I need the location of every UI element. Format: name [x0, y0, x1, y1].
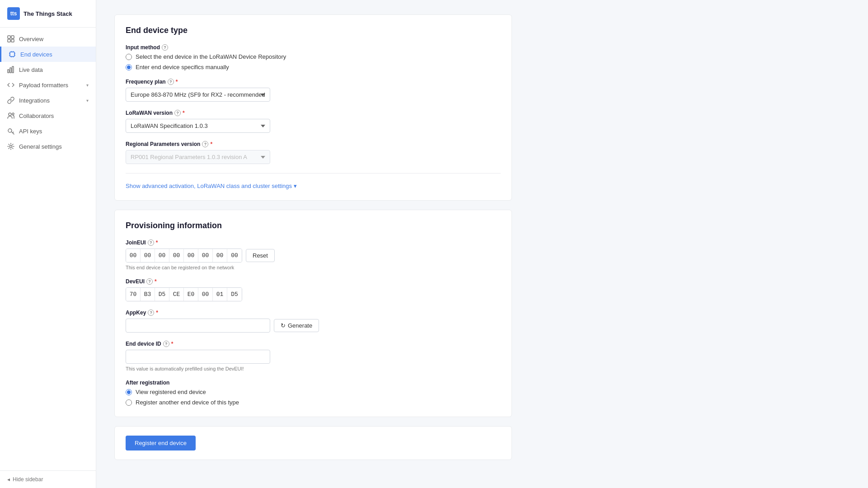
- chevron-down-icon-2: ▾: [86, 98, 89, 103]
- radio-register-another[interactable]: Register another end device of this type: [126, 399, 501, 406]
- regional-params-select: RP001 Regional Parameters 1.0.3 revision…: [126, 150, 270, 164]
- device-id-input[interactable]: eui-70b3d5cee00001d5: [126, 350, 270, 364]
- chip-icon: [9, 51, 16, 58]
- svg-line-19: [13, 132, 14, 133]
- lorawan-version-select-wrapper: LoRaWAN Specification 1.0.3: [126, 119, 270, 133]
- lorawan-version-info-icon[interactable]: ?: [174, 110, 181, 116]
- sidebar-item-overview[interactable]: Overview: [0, 31, 96, 47]
- lorawan-version-required: *: [183, 110, 185, 116]
- sidebar-item-collaborators-label: Collaborators: [19, 113, 89, 119]
- deveui-byte-6[interactable]: [213, 288, 227, 301]
- deveui-info-icon[interactable]: ?: [146, 278, 153, 285]
- regional-params-select-wrapper: RP001 Regional Parameters 1.0.3 revision…: [126, 150, 270, 164]
- appkey-required: *: [156, 310, 158, 316]
- joineui-byte-2[interactable]: [155, 249, 169, 262]
- sidebar-item-api-keys-label: API keys: [19, 128, 89, 135]
- svg-rect-0: [8, 36, 10, 38]
- register-end-device-button[interactable]: Register end device: [126, 436, 196, 450]
- joineui-field: [126, 249, 242, 263]
- hide-sidebar-label: Hide sidebar: [13, 476, 43, 483]
- gear-icon: [7, 143, 14, 150]
- hide-sidebar-button[interactable]: ◂ Hide sidebar: [7, 476, 89, 483]
- device-id-info-icon[interactable]: ?: [163, 341, 169, 347]
- svg-point-20: [10, 145, 12, 148]
- radio-view-device-label: View registered end device: [136, 389, 206, 395]
- deveui-byte-5[interactable]: [198, 288, 213, 301]
- page-section-title: End device type: [126, 26, 501, 35]
- deveui-byte-4[interactable]: [184, 288, 198, 301]
- sidebar-item-end-devices-label: End devices: [20, 51, 89, 58]
- appkey-generate-button[interactable]: ↻ Generate: [274, 319, 319, 332]
- deveui-byte-1[interactable]: [141, 288, 155, 301]
- sidebar-item-end-devices[interactable]: End devices: [0, 47, 96, 62]
- deveui-byte-7[interactable]: [227, 288, 242, 301]
- radio-manual-label: Enter end device specifics manually: [136, 64, 229, 70]
- joineui-reset-button[interactable]: Reset: [246, 249, 275, 262]
- sidebar-item-integrations-label: Integrations: [19, 97, 82, 104]
- joineui-byte-3[interactable]: [169, 249, 184, 262]
- svg-point-17: [12, 113, 14, 115]
- deveui-label: DevEUI ? *: [126, 278, 501, 285]
- sidebar-item-live-data[interactable]: Live data: [0, 62, 96, 77]
- frequency-plan-select[interactable]: Europe 863-870 MHz (SF9 for RX2 - recomm…: [126, 88, 270, 102]
- radio-register-another-label: Register another end device of this type: [136, 399, 239, 406]
- appkey-info-icon[interactable]: ?: [148, 310, 154, 316]
- show-advanced-link[interactable]: Show advanced activation, LoRaWAN class …: [126, 183, 297, 189]
- section-divider: [126, 173, 501, 174]
- radio-register-another-input[interactable]: [126, 399, 132, 406]
- appkey-group: AppKey ? * ↻ Generate: [126, 310, 501, 333]
- grid-icon: [7, 35, 14, 42]
- joineui-byte-5[interactable]: [198, 249, 213, 262]
- radio-manual-input[interactable]: [126, 64, 132, 70]
- deveui-group: DevEUI ? *: [126, 278, 501, 301]
- frequency-plan-info-icon[interactable]: ?: [168, 79, 174, 85]
- svg-point-16: [9, 113, 11, 116]
- sidebar-item-payload-formatters[interactable]: Payload formatters ▾: [0, 77, 96, 93]
- input-method-group: Input method ? Select the end device in …: [126, 44, 501, 70]
- joineui-byte-7[interactable]: [227, 249, 242, 262]
- key-icon: [7, 127, 14, 135]
- joineui-input-wrapper: Reset: [126, 249, 501, 263]
- lorawan-version-select[interactable]: LoRaWAN Specification 1.0.3: [126, 119, 270, 133]
- appkey-input[interactable]: [126, 319, 270, 333]
- input-method-info-icon[interactable]: ?: [162, 44, 168, 51]
- joineui-byte-1[interactable]: [141, 249, 155, 262]
- sidebar-item-collaborators[interactable]: Collaborators: [0, 108, 96, 123]
- refresh-icon: ↻: [281, 322, 286, 329]
- sidebar-item-general-settings[interactable]: General settings: [0, 139, 96, 154]
- joineui-info-icon[interactable]: ?: [148, 239, 154, 246]
- device-id-required: *: [171, 341, 174, 347]
- radio-view-device[interactable]: View registered end device: [126, 389, 501, 395]
- radio-view-device-input[interactable]: [126, 389, 132, 395]
- sidebar-item-integrations[interactable]: Integrations ▾: [0, 93, 96, 108]
- sidebar-item-payload-formatters-label: Payload formatters: [19, 82, 82, 89]
- device-id-label: End device ID ? *: [126, 341, 501, 347]
- bar-chart-icon: [7, 66, 14, 73]
- chevron-down-icon-advanced: ▾: [294, 183, 297, 189]
- main-content: End device type Input method ? Select th…: [96, 0, 868, 488]
- deveui-byte-2[interactable]: [155, 288, 169, 301]
- joineui-byte-4[interactable]: [184, 249, 198, 262]
- sidebar-item-api-keys[interactable]: API keys: [0, 123, 96, 139]
- deveui-byte-0[interactable]: [126, 288, 141, 301]
- joineui-byte-0[interactable]: [126, 249, 141, 262]
- joineui-label: JoinEUI ? *: [126, 239, 501, 246]
- radio-repository-input[interactable]: [126, 54, 132, 60]
- radio-manual[interactable]: Enter end device specifics manually: [126, 64, 501, 70]
- deveui-byte-3[interactable]: [169, 288, 184, 301]
- joineui-group: JoinEUI ? *: [126, 239, 501, 270]
- sidebar-item-general-settings-label: General settings: [19, 143, 89, 150]
- regional-params-info-icon[interactable]: ?: [202, 141, 208, 147]
- joineui-byte-6[interactable]: [213, 249, 227, 262]
- chevron-down-icon: ▾: [86, 83, 89, 88]
- joineui-required: *: [156, 239, 158, 246]
- sidebar: tts The Things Stack Overview: [0, 0, 96, 488]
- svg-rect-2: [8, 39, 10, 42]
- after-registration-group: After registration View registered end d…: [126, 380, 501, 406]
- sidebar-item-overview-label: Overview: [19, 36, 89, 42]
- input-method-label: Input method ?: [126, 44, 501, 51]
- link-icon: [7, 97, 14, 104]
- frequency-plan-label: Frequency plan ? *: [126, 79, 501, 85]
- svg-rect-4: [10, 52, 14, 56]
- radio-repository[interactable]: Select the end device in the LoRaWAN Dev…: [126, 53, 501, 60]
